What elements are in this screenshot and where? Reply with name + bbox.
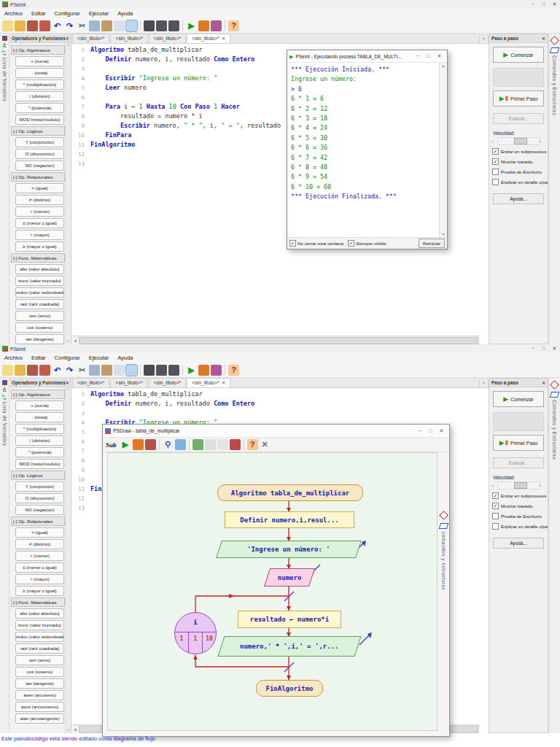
comenzar-button[interactable]: ▶ Comenzar (493, 391, 544, 407)
ops-item[interactable]: asen (arcoseno) (15, 690, 64, 700)
ops-item[interactable]: redon (valor redondeado) (15, 287, 64, 298)
close-button[interactable]: ✕ (434, 52, 445, 61)
reiniciar-button[interactable]: Reiniciar (419, 239, 445, 248)
ops-item[interactable]: < (menor) (15, 551, 64, 561)
save-icon[interactable] (27, 365, 38, 376)
ops-item[interactable]: / (división) (15, 436, 64, 446)
tab-2[interactable]: <sin_titulo>* (110, 34, 147, 43)
tab-overflow-button[interactable]: ˅ (479, 34, 489, 44)
find-icon[interactable] (144, 20, 155, 31)
comenzar-button[interactable]: ▶ Comenzar (493, 47, 544, 63)
console-output[interactable]: *** Ejecución Iniciada. ***Ingrese un nú… (287, 63, 440, 237)
ops-item[interactable]: = (igual) (15, 183, 64, 193)
psdraw-title-bar[interactable]: PSDraw - tabla_de_multiplicar − □ ✕ (103, 425, 449, 438)
flowchart-output-node[interactable]: 'Ingrese un número: ' (216, 541, 362, 558)
menu-configurar[interactable]: Configurar (50, 353, 85, 363)
slider-right-icon[interactable]: › (540, 483, 545, 487)
tab-4[interactable]: <sin_titulo>*✕ (187, 378, 230, 387)
scroll-down-icon[interactable]: ˅ (67, 340, 69, 344)
copy-icon[interactable] (89, 20, 100, 31)
ops-item[interactable]: raiz (raíz cuadrada) (15, 299, 64, 309)
menu-editar[interactable]: Editar (27, 353, 50, 363)
console-scrollbar[interactable]: ▲ ▼ (439, 63, 447, 237)
new-file-icon[interactable] (2, 365, 13, 376)
step-view-icon[interactable] (126, 365, 137, 376)
ops-item[interactable]: sen (seno) (15, 655, 64, 665)
minimize-button[interactable]: − (527, 0, 538, 9)
scroll-down-icon[interactable]: ▼ (442, 232, 446, 236)
run-icon[interactable]: ▶ (186, 20, 197, 31)
paste-icon[interactable] (101, 365, 112, 376)
ops-item[interactable]: = (igual) (15, 527, 64, 538)
tab-2[interactable]: <sin_titulo>* (110, 378, 147, 387)
undo-icon[interactable]: ↶ (52, 365, 63, 376)
psdraw-commands-tab[interactable]: comandos y estructuras (439, 452, 448, 731)
find-icon[interactable] (144, 365, 155, 376)
ops-item[interactable]: + (suma) (15, 400, 64, 411)
ops-item[interactable]: cos (coseno) (15, 322, 64, 333)
step-run-icon[interactable] (198, 365, 209, 376)
checkbox-icon[interactable] (492, 523, 499, 530)
ops-item[interactable]: MOD (resto/modulo) (15, 115, 64, 125)
scroll-up-icon[interactable]: ˄ (67, 388, 69, 392)
ops-item[interactable]: ^ (potencia) (15, 103, 64, 113)
close-icon[interactable]: ✕ (542, 36, 545, 41)
ops-section-header[interactable]: [-] Op. Algebraicos (11, 390, 65, 399)
checkbox-prueba-de-escritorio[interactable]: Prueba de Escritorio (492, 169, 548, 175)
ops-section-header[interactable]: [-] Op. Lógicos (11, 126, 65, 136)
velocidad-slider[interactable]: ‹ › (492, 481, 545, 489)
ops-item[interactable]: ≥ (mayor o igual) (15, 241, 64, 252)
checkbox-icon[interactable]: ✓ (348, 240, 354, 247)
ops-item[interactable]: tan (tangente) (15, 334, 64, 344)
close-icon[interactable]: ✕ (66, 380, 69, 385)
checkbox-icon[interactable] (492, 179, 499, 185)
slider-left-icon[interactable]: ‹ (492, 139, 497, 143)
ops-item[interactable]: NO (negación) (15, 160, 64, 171)
ops-item[interactable]: > (mayor) (15, 230, 64, 240)
ops-section-header[interactable]: [-] Func. Matemáticas (11, 253, 65, 263)
find-next-icon[interactable] (168, 20, 179, 31)
ops-item[interactable]: O (disyunción) (15, 493, 64, 503)
ops-item[interactable]: ≥ (mayor o igual) (15, 586, 64, 596)
ops-item[interactable]: - (resta) (15, 412, 64, 422)
close-icon[interactable]: ✕ (260, 439, 271, 450)
maximize-button[interactable]: □ (538, 0, 549, 9)
checkbox-icon[interactable]: ✓ (492, 503, 499, 509)
ops-item[interactable]: Y (conjunción) (15, 137, 64, 147)
slider-track[interactable] (497, 137, 540, 145)
ops-item[interactable]: - (resta) (15, 68, 64, 78)
slider-track[interactable] (497, 481, 540, 489)
scroll-up-icon[interactable]: ˄ (67, 44, 69, 47)
ops-item[interactable]: * (multiplicación) (15, 80, 64, 90)
ops-item[interactable]: trunc (valor truncado) (15, 620, 64, 630)
tab-3[interactable]: <sin_titulo>* (149, 34, 186, 43)
menu-archivo[interactable]: Archivo (0, 9, 27, 18)
ops-item[interactable]: abs (valor absoluto) (15, 264, 64, 274)
menu-archivo[interactable]: Archivo (0, 353, 27, 363)
ops-item[interactable]: ≤ (menor o igual) (15, 218, 64, 228)
ops-item[interactable]: > (mayor) (15, 574, 64, 584)
ops-section-header[interactable]: [-] Func. Matemáticas (11, 597, 65, 607)
ops-item[interactable]: cos (coseno) (15, 667, 64, 677)
cut-icon[interactable]: ✂ (77, 20, 88, 31)
zoom-icon[interactable]: ⚲ (163, 439, 174, 450)
edit-shapes-icon[interactable] (192, 439, 203, 450)
flowchart-end-node[interactable]: FinAlgoritmo (256, 680, 323, 697)
checkbox-explicar-en-detalle-c-paso[interactable]: Explicar en detalle c/paso (492, 523, 548, 530)
ops-section-header[interactable]: [-] Op. Relacionales (11, 172, 65, 182)
open-file-icon[interactable] (15, 20, 26, 31)
close-button[interactable]: ✕ (436, 427, 447, 436)
no-cerrar-checkbox[interactable]: ✓ No cerrar esta ventana (289, 240, 343, 247)
cut-icon[interactable]: ✂ (77, 365, 88, 376)
menu-configurar[interactable]: Configurar (50, 9, 85, 18)
flowchart-define-node[interactable]: Definir numero,i,resul... (225, 511, 354, 528)
minimize-button[interactable]: − (414, 427, 425, 436)
flowchart-start-node[interactable]: Algoritmo tabla_de_multiplicar (217, 484, 363, 501)
subprocess-label[interactable]: Sub (106, 441, 117, 449)
save-all-icon[interactable] (39, 365, 50, 376)
checkbox-entrar-en-subprocesos[interactable]: ✓Entrar en subprocesos (492, 148, 548, 155)
undo-icon[interactable]: ↶ (52, 20, 63, 31)
ops-item[interactable]: + (suma) (15, 56, 64, 66)
primer-paso-button[interactable]: ▶▮ Primer Paso (493, 435, 544, 451)
step-view-icon[interactable] (126, 20, 137, 31)
